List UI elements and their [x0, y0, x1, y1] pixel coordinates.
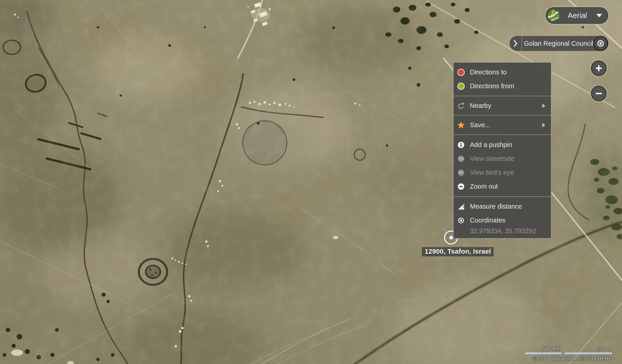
save-star-icon	[457, 121, 465, 129]
directions-from-icon	[457, 82, 465, 90]
streetside-icon	[457, 155, 465, 163]
scale-metric-bar	[565, 353, 612, 354]
expand-button[interactable]	[509, 36, 522, 51]
location-bar: Golan Regional Council	[509, 36, 608, 51]
menu-item-view-streetside: View streetside	[453, 152, 551, 166]
birds-eye-icon	[457, 169, 465, 177]
zoom-in-button[interactable]	[591, 60, 606, 76]
map-style-label: Aerial	[559, 11, 596, 20]
locate-button[interactable]	[593, 36, 608, 51]
directions-to-icon	[457, 69, 465, 76]
pin-label: 12900, Tsafon, Israel	[422, 247, 494, 256]
menu-item-view-birds-eye: View bird's eye	[453, 166, 551, 180]
menu-item-add-pushpin[interactable]: Add a pushpin	[453, 138, 551, 152]
map-canvas[interactable]: 12900, Tsafon, Israel Aerial	[0, 0, 622, 364]
submenu-arrow-icon	[542, 103, 545, 108]
plus-icon	[594, 64, 603, 73]
menu-item-directions-to[interactable]: Directions to	[453, 65, 551, 79]
map-pin-dot	[449, 236, 453, 239]
location-label: Golan Regional Council	[522, 40, 593, 47]
copyright-notice: © 2018 DigitalGlobe, © 2018 HERE	[525, 356, 612, 362]
menu-item-nearby[interactable]: Nearby	[453, 99, 551, 113]
scale-metric: 200 m	[565, 346, 612, 354]
scale-metric-label: 200 m	[597, 346, 612, 352]
menu-item-measure-distance[interactable]: Measure distance	[453, 200, 551, 213]
map-style-icon	[547, 9, 560, 22]
chevron-down-icon	[596, 14, 602, 17]
coordinates-icon	[457, 217, 465, 224]
target-icon	[597, 39, 605, 48]
map-style-button[interactable]: Aerial	[546, 7, 608, 24]
zoom-out-icon	[457, 183, 465, 190]
minus-icon	[594, 89, 603, 98]
menu-item-coordinates[interactable]: Coordinates	[453, 213, 551, 227]
scale-imperial: 500 feet	[525, 346, 561, 354]
scale-bars: 500 feet 200 m © 2018 DigitalGlobe, © 20…	[525, 346, 612, 362]
measure-ruler-icon	[457, 203, 465, 210]
menu-item-directions-from[interactable]: Directions from	[453, 79, 551, 93]
info-icon	[457, 141, 465, 149]
menu-item-zoom-out[interactable]: Zoom out	[453, 180, 551, 193]
context-menu: Directions to Directions from Nearby	[453, 62, 551, 239]
submenu-arrow-icon	[542, 123, 545, 128]
chevron-right-icon	[514, 40, 518, 47]
scale-imperial-label: 500 feet	[542, 346, 561, 352]
zoom-out-button[interactable]	[591, 86, 606, 101]
menu-item-save[interactable]: Save...	[453, 118, 551, 132]
coordinates-value: 32.979334, 35.793292	[470, 227, 551, 236]
scale-imperial-bar	[525, 353, 561, 354]
nearby-icon	[457, 102, 465, 110]
